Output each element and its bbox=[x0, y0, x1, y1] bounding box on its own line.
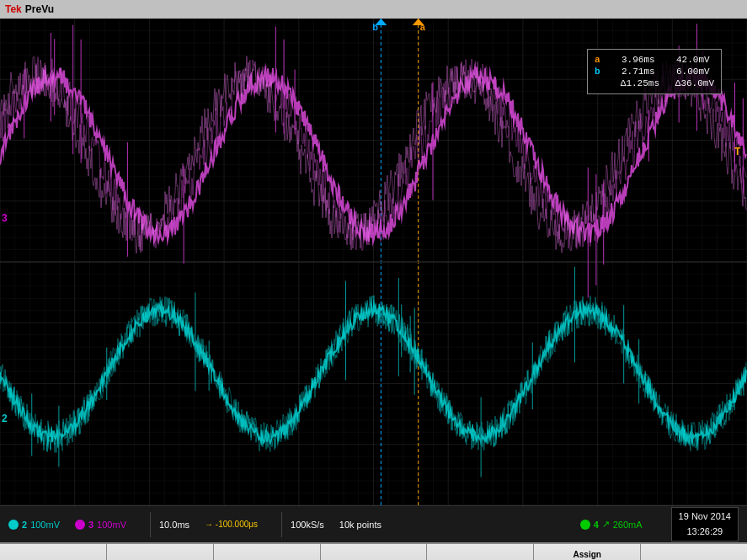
save-waveform-button[interactable]: Save Waveform bbox=[107, 544, 214, 560]
record-length-value: 10k points bbox=[339, 520, 382, 530]
ch2-marker: 2 bbox=[0, 413, 9, 424]
ch3-status: 3 100mV bbox=[75, 520, 126, 530]
offset-value: → -100.000μs bbox=[205, 520, 258, 529]
cursor-a-time: 3.96ms bbox=[609, 55, 655, 65]
cursor-a-voltage: 42.0mV bbox=[664, 55, 710, 65]
sample-rate-status: 100kS/s bbox=[291, 520, 324, 530]
ch3-marker: 3 bbox=[0, 212, 9, 224]
assign-line1: Assign bbox=[574, 549, 601, 560]
ch4-trigger-status: 4 ↗ 260mA bbox=[580, 519, 643, 530]
ch2-indicator bbox=[8, 520, 19, 530]
cursor-b-label: b bbox=[595, 67, 600, 77]
date-value: 19 Nov 2014 bbox=[679, 509, 731, 525]
trigger-level: 260mA bbox=[613, 520, 643, 530]
button-bar: Save Screen Image Save Waveform Save Set… bbox=[0, 542, 747, 560]
trigger-slope: ↗ bbox=[602, 519, 610, 530]
ch4-indicator bbox=[580, 520, 590, 530]
ch3-number: 3 bbox=[88, 520, 93, 530]
ch3-indicator bbox=[75, 520, 85, 530]
ch2-status: 2 100mV bbox=[8, 520, 60, 530]
brand-label: Tek bbox=[5, 3, 22, 15]
assign-to-waveform-button[interactable]: Assign Save to Waveform bbox=[534, 544, 641, 560]
record-length-status: 10k points bbox=[339, 520, 382, 530]
ch4-number: 4 bbox=[594, 520, 599, 530]
sample-rate-value: 100kS/s bbox=[291, 520, 324, 530]
status-bar: 2 100mV 3 100mV 10.0ms → -100.000μs 100k… bbox=[0, 505, 747, 542]
cursor-b-time: 2.71ms bbox=[609, 67, 655, 77]
timebase-value: 10.0ms bbox=[159, 520, 189, 530]
title-label: PreVu bbox=[25, 3, 54, 15]
oscilloscope-display: a 3.96ms 42.0mV b 2.71ms 6.00mV Δ1.25ms … bbox=[0, 19, 747, 505]
recall-waveform-button[interactable]: Recall Waveform bbox=[321, 544, 428, 560]
status-divider-2 bbox=[281, 512, 282, 537]
save-setup-button[interactable]: Save Setup bbox=[214, 544, 321, 560]
timebase-status: 10.0ms bbox=[159, 520, 189, 530]
offset-status: → -100.000μs bbox=[205, 520, 258, 529]
datetime-display: 19 Nov 2014 13:26:29 bbox=[671, 507, 739, 541]
file-utilities-button[interactable]: File Utilities bbox=[641, 544, 747, 560]
cursor-delta-time: Δ1.25ms bbox=[613, 78, 659, 88]
ch2-scale: 100mV bbox=[30, 520, 60, 530]
save-screen-button[interactable]: Save Screen Image bbox=[0, 544, 107, 560]
time-value: 13:26:29 bbox=[679, 525, 731, 540]
cursor-delta-voltage: Δ36.0mV bbox=[668, 78, 714, 88]
status-divider-1 bbox=[150, 512, 151, 537]
cursor-b-voltage: 6.00mV bbox=[664, 67, 710, 77]
ch2-number: 2 bbox=[22, 520, 27, 530]
status-right: 4 ↗ 260mA 19 Nov 2014 13:26:29 bbox=[580, 507, 739, 541]
title-bar: Tek PreVu bbox=[0, 0, 747, 19]
recall-setup-button[interactable]: Recall Setup bbox=[427, 544, 534, 560]
cursor-a-label: a bbox=[595, 55, 600, 65]
ch3-scale: 100mV bbox=[97, 520, 126, 530]
measurement-overlay: a 3.96ms 42.0mV b 2.71ms 6.00mV Δ1.25ms … bbox=[587, 49, 722, 94]
